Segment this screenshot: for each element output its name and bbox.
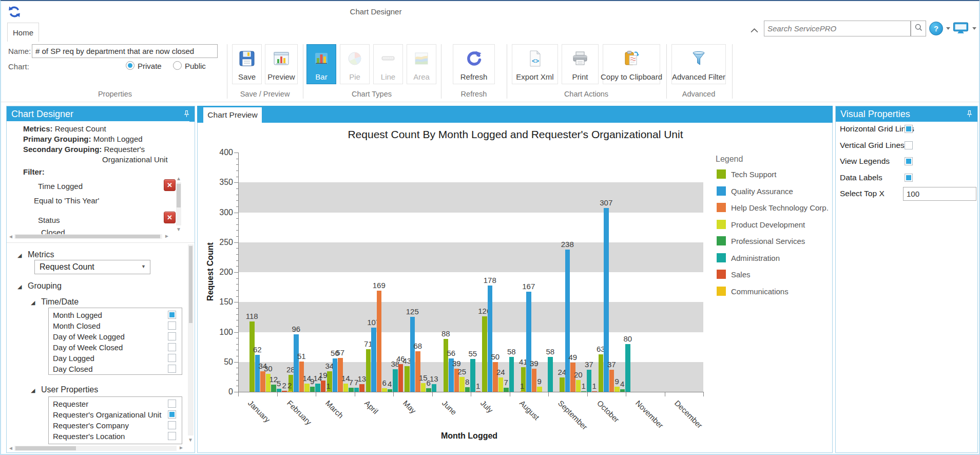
visual-properties-options: Horizontal Grid LinesVertical Grid Lines… <box>1 1 980 455</box>
checkbox-data-labels[interactable] <box>905 174 913 182</box>
checkbox-vertical-grid-lines[interactable] <box>905 141 913 149</box>
option-label-horizontal-grid-lines: Horizontal Grid Lines <box>840 124 914 134</box>
checkbox-horizontal-grid-lines[interactable] <box>905 125 913 133</box>
option-label-vertical-grid-lines: Vertical Grid Lines <box>840 141 905 150</box>
select-top-x-input[interactable] <box>903 187 976 201</box>
chart-designer-window: Chart Designer Home ? Name: Chart: Priva… <box>0 0 980 455</box>
checkbox-view-legends[interactable] <box>905 157 913 165</box>
option-label-view-legends: View Legends <box>840 157 890 166</box>
select-top-x-label: Select Top X <box>840 189 885 198</box>
option-label-data-labels: Data Labels <box>840 173 882 182</box>
